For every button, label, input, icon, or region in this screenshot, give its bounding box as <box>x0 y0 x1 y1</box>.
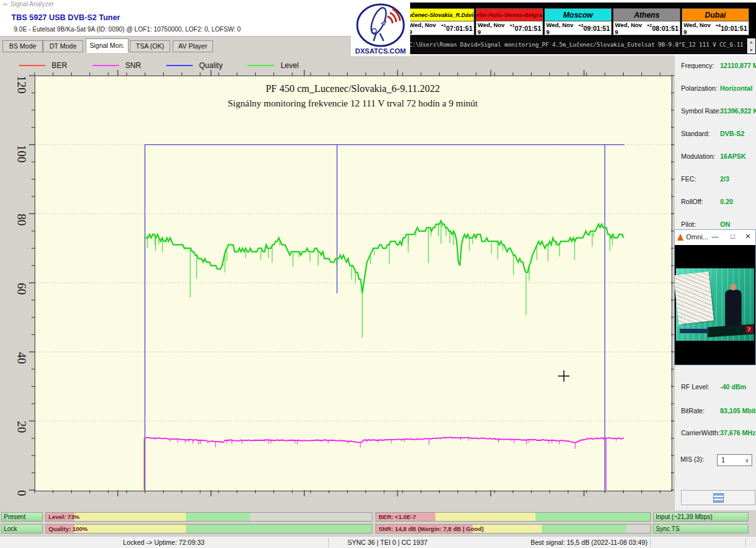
mis-label: MIS (3): <box>680 455 704 463</box>
gauge-bar-snr-label: SNR: 14,8 dB (Margin: 7,8 dB | Good) <box>379 525 484 532</box>
panel-row-fec-: FEC:2/3 <box>681 175 755 183</box>
panel-row-bitrate-: BitRate:83,105 Mbit/s <box>681 407 755 414</box>
clock-time-row: Wed, Nov 9+107:01:51 <box>476 21 543 35</box>
world-clocks: Lučenec-Slovakia_R.DávidWed, Nov 9+107:0… <box>406 8 750 37</box>
stream-list-icon <box>713 493 724 503</box>
tab-av-player[interactable]: AV Player <box>173 40 213 52</box>
window-title: Signal Analyzer <box>11 1 54 8</box>
panel-label: RollOff: <box>681 198 703 205</box>
clock-date: Wed, Nov 9 <box>615 21 647 35</box>
gauge-bar-level-label: Level: 73% <box>49 513 79 520</box>
clock-date: Wed, Nov 9 <box>684 21 716 35</box>
gauge-segment <box>536 513 650 521</box>
panel-row-carrierwidth-: CarrierWidth:37,676 MHz <box>681 429 755 437</box>
maximize-button[interactable]: □ <box>728 232 738 240</box>
tab-tsa-ok-[interactable]: TSA (OK) <box>130 40 170 52</box>
legend-label-level: Level <box>280 61 299 70</box>
tab-bs-mode[interactable]: BS Mode <box>3 40 43 52</box>
gauge-flag-sync-ts: Sync TS <box>653 524 748 534</box>
clock-berlin-paris-vienna-belgrade: Berlin-Paris-Vienna-BelgradeWed, Nov 9+1… <box>475 8 544 37</box>
panel-label: RF Level: <box>681 383 709 391</box>
svg-text:40: 40 <box>15 352 28 364</box>
tab-signal-mon-[interactable]: Signal Mon. <box>86 38 129 53</box>
clock-utc-offset: +4 <box>716 23 721 28</box>
panel-row-polarization-: Polarization:Horizontal <box>681 84 755 92</box>
watermark-icon: ◇ <box>677 321 681 327</box>
gauge-segment <box>74 525 186 533</box>
panel-value: -40 dBm <box>720 383 746 391</box>
tab-bar: BS ModeDT ModeSignal Mon.TSA (OK)AV Play… <box>0 36 406 56</box>
gauge-segment <box>435 513 536 521</box>
omni-window-title: Omni... <box>686 233 708 241</box>
console-scrollbar[interactable]: ▲ ▼ <box>747 38 755 54</box>
status-lock-uptime: Locked -> Uptime: 72:09:33 <box>57 539 271 546</box>
chevron-down-icon: ∨ <box>745 455 749 466</box>
panel-label: FEC: <box>681 175 696 183</box>
signal-analyzer-window: ✂Signal Analyzer TBS 5927 USB DVB-S2 Tun… <box>0 0 756 548</box>
newspaper-collage <box>675 271 714 324</box>
svg-text:80: 80 <box>15 214 28 225</box>
panel-row-rf-level-: RF Level:-40 dBm <box>681 383 755 391</box>
clock-time-row: Wed, Nov 9+208:01:51 <box>613 21 680 35</box>
gauge-segment <box>186 525 372 533</box>
panel-label: BitRate: <box>681 407 704 414</box>
clock-dubai: DubaiWed, Nov 9+410:01:51 <box>681 8 750 37</box>
presenter-figure <box>725 290 742 328</box>
mis-select[interactable]: 1 ∨ <box>717 454 752 466</box>
svg-text:0: 0 <box>15 490 28 496</box>
clock-date: Wed, Nov 9 <box>478 21 510 35</box>
clock-city: Lučenec-Slovakia_R.Dávid <box>407 8 474 21</box>
gauge-segment <box>250 513 372 521</box>
dxsatcs-logo: DXSATCS.COM <box>351 2 410 56</box>
gauge-segment <box>186 513 250 521</box>
command-prompt-text: C:\Users\Roman Dávid>Signal monitoring_P… <box>409 42 743 48</box>
caption-banner <box>680 329 709 333</box>
video-frame[interactable]: ◇ 7 <box>675 245 755 365</box>
panel-value: 31396,922 KS/s <box>720 107 756 115</box>
logo-text: DXSATCS.COM <box>351 47 410 55</box>
panel-value: 37,676 MHz <box>720 429 756 437</box>
omni-titlebar[interactable]: Omni... — □ ✕ <box>675 230 755 245</box>
channel-7-logo: 7 <box>745 326 753 333</box>
clock-utc-offset: +2 <box>647 23 652 28</box>
status-best-signal: Best signal: 15,5 dB (2022-11-08 03:49) <box>495 539 684 546</box>
stream-list-button[interactable] <box>681 490 755 505</box>
clock-time-row: Wed, Nov 9+309:01:51 <box>544 21 612 35</box>
clock-time: 09:01:51 <box>583 25 610 32</box>
scroll-down-icon[interactable]: ▼ <box>749 47 753 54</box>
gauge-bar-level: Level: 73% <box>45 512 372 522</box>
clock-city: Berlin-Paris-Vienna-Belgrade <box>476 8 543 21</box>
chart-plot[interactable] <box>35 76 672 491</box>
satellite-dish-logo-art <box>351 2 410 47</box>
clock-utc-offset: +3 <box>578 23 583 28</box>
panel-value: 16APSK <box>720 152 746 160</box>
command-prompt[interactable]: C:\Users\Roman Dávid>Signal monitoring_P… <box>405 37 756 54</box>
gauge-segment <box>74 513 186 521</box>
panel-row-modulation-: Modulation:16APSK <box>681 152 755 160</box>
clock-lu-enec-slovakia-r-d-vid: Lučenec-Slovakia_R.DávidWed, Nov 9+107:0… <box>406 8 475 37</box>
panel-label: Frequency: <box>681 62 714 69</box>
close-button[interactable]: ✕ <box>743 232 753 241</box>
gauge-bar-quality: Quality: 100% <box>45 524 372 534</box>
minimize-button[interactable]: — <box>710 232 720 240</box>
svg-text:20: 20 <box>15 421 28 433</box>
gauge-bar-snr: SNR: 14,8 dB (Margin: 7,8 dB | Good) <box>375 524 651 534</box>
legend-line-ber <box>19 65 45 66</box>
panel-label: Symbol Rate: <box>681 107 721 115</box>
resize-grip[interactable]: ⋰ <box>749 539 755 545</box>
legend-line-quality <box>166 65 193 66</box>
tv-studio-scene: ◇ 7 <box>676 268 754 341</box>
clock-athens: AthensWed, Nov 9+208:01:51 <box>612 8 681 37</box>
legend-line-level <box>248 65 274 66</box>
scroll-up-icon[interactable]: ▲ <box>749 38 753 45</box>
gauge-flag-present: Present <box>1 512 43 522</box>
status-divider <box>328 538 329 547</box>
clock-time: 07:01:51 <box>515 25 541 32</box>
presenter-head <box>730 283 736 290</box>
tab-dt-mode[interactable]: DT Mode <box>43 40 83 52</box>
clock-utc-offset: +1 <box>510 23 515 28</box>
panel-row-pilot-: Pilot:ON <box>681 220 755 228</box>
vlc-cone-icon <box>677 234 684 241</box>
panel-row-rolloff-: RollOff:0.20 <box>681 198 755 205</box>
panel-row-symbol-rate-: Symbol Rate:31396,922 KS/s <box>681 107 755 115</box>
